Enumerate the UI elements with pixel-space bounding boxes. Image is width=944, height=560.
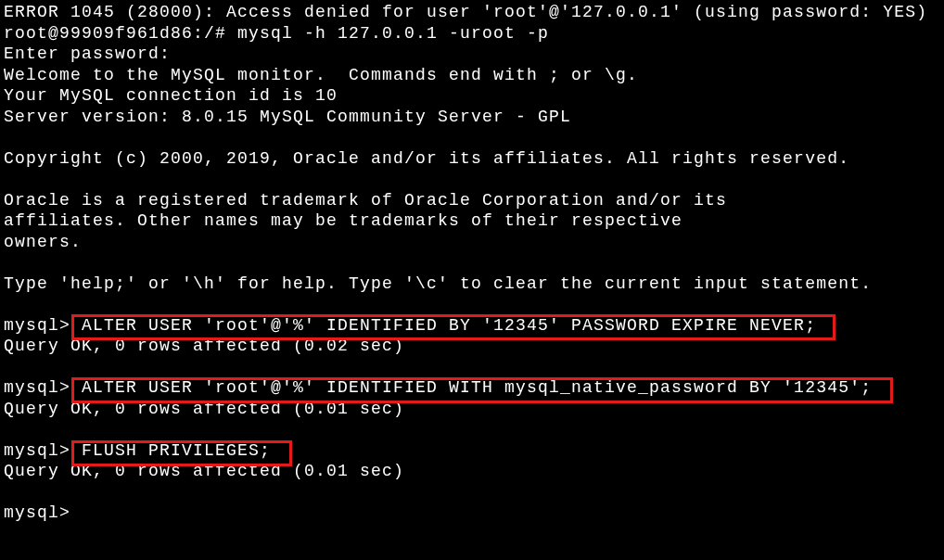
terminal-line: mysql> FLUSH PRIVILEGES;	[4, 441, 271, 460]
terminal-line: Your MySQL connection id is 10	[4, 86, 338, 105]
terminal-line: ERROR 1045 (28000): Access denied for us…	[4, 3, 927, 21]
terminal-line: Query OK, 0 rows affected (0.01 sec)	[4, 462, 404, 480]
terminal-line: Type 'help;' or '\h' for help. Type '\c'…	[4, 274, 872, 293]
terminal-output[interactable]: ERROR 1045 (28000): Access denied for us…	[0, 0, 944, 544]
terminal-line: Oracle is a registered trademark of Orac…	[4, 191, 727, 210]
terminal-line: owners.	[4, 233, 82, 251]
terminal-line: Welcome to the MySQL monitor. Commands e…	[4, 66, 638, 84]
terminal-line: Server version: 8.0.15 MySQL Community S…	[4, 108, 571, 126]
terminal-line: Query OK, 0 rows affected (0.01 sec)	[4, 400, 404, 418]
terminal-line: affiliates. Other names may be trademark…	[4, 211, 682, 230]
terminal-line: mysql> ALTER USER 'root'@'%' IDENTIFIED …	[4, 316, 816, 335]
terminal-line: Copyright (c) 2000, 2019, Oracle and/or …	[4, 149, 849, 168]
terminal-line: Query OK, 0 rows affected (0.02 sec)	[4, 337, 404, 355]
terminal-line: Enter password:	[4, 45, 171, 63]
terminal-line: mysql>	[4, 503, 70, 522]
terminal-line: root@99909f961d86:/# mysql -h 127.0.0.1 …	[4, 24, 549, 43]
terminal-line: mysql> ALTER USER 'root'@'%' IDENTIFIED …	[4, 378, 872, 397]
